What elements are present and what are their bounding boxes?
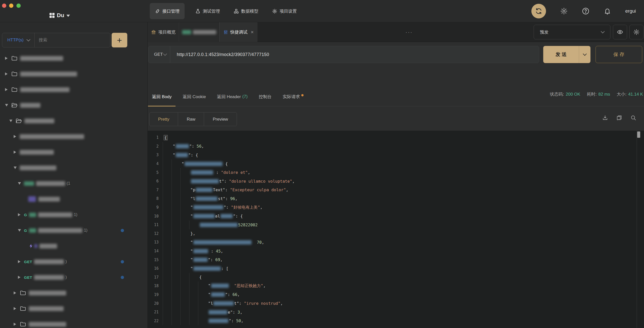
chevron-down-icon[interactable] [14, 167, 20, 169]
code-line[interactable]: 12}, [148, 229, 644, 238]
json-punctuation: , [286, 187, 288, 192]
chevron-down-icon[interactable] [18, 182, 24, 185]
view-mode-raw[interactable]: Raw [178, 113, 204, 126]
code-line[interactable]: 15"": 69, [148, 255, 644, 264]
tree-row[interactable] [0, 238, 147, 254]
view-mode-pretty[interactable]: Pretty [150, 113, 178, 126]
add-button[interactable]: + [112, 33, 127, 47]
indent-guide [180, 316, 181, 325]
nav-test-management[interactable]: 测试管理 [192, 3, 223, 19]
save-button[interactable]: 保 存 [596, 46, 642, 63]
chevron-down-icon[interactable] [5, 104, 11, 106]
help-button[interactable] [582, 7, 589, 15]
download-icon[interactable] [602, 115, 608, 121]
tree-row[interactable]: GET) [0, 269, 147, 285]
code-line[interactable]: 4" { [148, 159, 644, 168]
code-line[interactable]: 5 : "dolore et", [148, 168, 644, 177]
tree-row[interactable] [0, 191, 147, 207]
tree-row[interactable] [0, 113, 147, 129]
tab-quick-debug[interactable]: 快捷调试 × [219, 22, 257, 42]
tree-row[interactable] [0, 97, 147, 113]
nav-project-settings[interactable]: 项目设置 [269, 3, 300, 19]
tab-console[interactable]: 控制台 [259, 87, 271, 106]
chevron-down-icon[interactable] [9, 120, 15, 122]
code-line[interactable]: 14" : 45, [148, 247, 644, 256]
tree-row[interactable] [0, 316, 147, 328]
tab-actual-request[interactable]: 实际请求 [283, 87, 304, 106]
env-manage-button[interactable] [629, 25, 643, 39]
tree-row[interactable]: G1) [0, 207, 147, 223]
tree-row[interactable]: G1) [0, 223, 147, 238]
editor-scrollbar-thumb[interactable] [637, 131, 640, 138]
tab-response-cookie[interactable]: 返回 Cookie [183, 87, 206, 106]
protocol-select[interactable]: HTTP(s) [2, 33, 35, 47]
chevron-right-icon[interactable] [5, 72, 11, 75]
code-line[interactable]: 9"": "好候电有上美", [148, 203, 644, 212]
chevron-right-icon[interactable] [14, 135, 20, 138]
search-input[interactable] [35, 38, 110, 43]
view-mode-preview[interactable]: Preview [204, 113, 236, 126]
tab-response-header[interactable]: 返回 Header(7) [217, 87, 247, 106]
chevron-right-icon[interactable] [18, 213, 24, 216]
tree-row[interactable]: GET) [0, 254, 147, 269]
tree-row[interactable] [0, 66, 147, 82]
tree-row[interactable]: (1 [0, 176, 147, 191]
nav-api-management[interactable]: 接口管理 [150, 3, 185, 19]
close-icon[interactable]: × [251, 29, 254, 35]
user-menu[interactable]: ergui [625, 8, 636, 14]
tree-row[interactable] [0, 129, 147, 144]
more-tabs-button[interactable]: ··· [399, 22, 419, 42]
code-line[interactable]: 18" "思却正铁她力", [148, 282, 644, 290]
search-icon[interactable] [630, 115, 636, 121]
send-options-caret[interactable] [579, 46, 590, 63]
code-line[interactable]: 20"lt": "irure nostrud", [148, 299, 644, 308]
code-line[interactable]: 1152822002 [148, 221, 644, 229]
environment-select[interactable]: 预发 [534, 25, 610, 39]
tab-project-overview[interactable]: 项目概览 [148, 22, 179, 42]
code-line[interactable]: 19"": 66, [148, 290, 644, 299]
workspace-menu[interactable]: Du [49, 12, 70, 19]
tab-blurred[interactable] [179, 22, 219, 42]
code-line[interactable]: 1{ [148, 133, 644, 142]
chevron-right-icon[interactable] [18, 276, 24, 279]
tree-row[interactable] [0, 160, 147, 176]
code-line[interactable]: 8"lst": 96, [148, 194, 644, 203]
chevron-right-icon[interactable] [5, 88, 11, 91]
nav-data-model[interactable]: 数据模型 [231, 3, 261, 19]
chevron-right-icon[interactable] [14, 151, 20, 154]
tree-row[interactable] [0, 285, 147, 301]
settings-button[interactable] [560, 7, 568, 15]
code-line[interactable]: 6t": "dolore ullamco voluptate", [148, 177, 644, 186]
code-line[interactable]: 7"pText": "Excepteur culpa dolor", [148, 186, 644, 195]
chevron-right-icon[interactable] [18, 260, 24, 263]
traffic-light-minimize[interactable] [9, 4, 13, 8]
code-line[interactable]: 10"al": { [148, 212, 644, 221]
tab-response-body[interactable]: 返回 Body [152, 87, 171, 106]
copy-icon[interactable] [616, 115, 622, 121]
chevron-down-icon[interactable] [18, 229, 24, 232]
tree-row[interactable] [0, 144, 147, 160]
code-line[interactable]: 13" 70, [148, 238, 644, 247]
send-button[interactable]: 发 送 [543, 46, 590, 63]
env-preview-button[interactable] [613, 25, 627, 39]
code-line[interactable]: 3"": { [148, 151, 644, 159]
code-line[interactable]: 16": [ [148, 264, 644, 273]
tree-row[interactable] [0, 301, 147, 316]
chevron-right-icon[interactable] [5, 57, 11, 60]
sync-button[interactable] [531, 4, 546, 18]
method-select[interactable]: GET [148, 46, 170, 63]
code-line[interactable]: 22": 50, [148, 316, 644, 325]
traffic-light-close[interactable] [2, 4, 6, 8]
url-input[interactable] [170, 52, 539, 57]
chevron-right-icon[interactable] [14, 291, 20, 294]
traffic-light-zoom[interactable] [16, 4, 21, 8]
chevron-right-icon[interactable] [14, 323, 20, 326]
code-line[interactable]: 17{ [148, 273, 644, 282]
chevron-right-icon[interactable] [14, 307, 20, 310]
notifications-button[interactable] [604, 7, 611, 15]
response-body-editor[interactable]: 1{2"": 56,3"": {4" {5 : "dolore et",6t":… [148, 131, 644, 328]
tree-row[interactable] [0, 50, 147, 66]
code-line[interactable]: 2"": 56, [148, 142, 644, 151]
tree-row[interactable] [0, 82, 147, 97]
code-line[interactable]: 21e": 3, [148, 308, 644, 317]
